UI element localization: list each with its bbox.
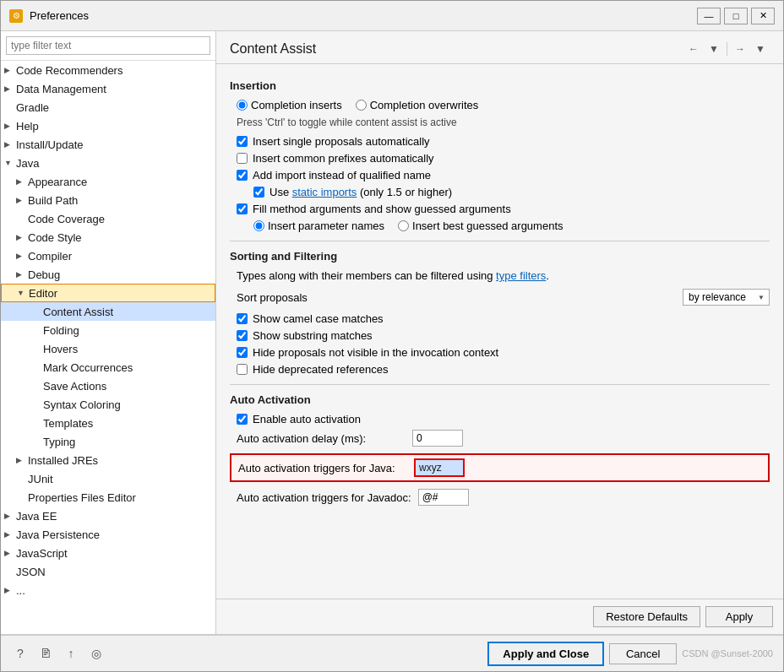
tree-item-save-actions[interactable]: Save Actions [1, 377, 215, 395]
tree-item-code-recommenders[interactable]: Code Recommenders [1, 61, 215, 79]
show-substring-label: Show substring matches [253, 329, 373, 342]
fill-method-label: Fill method arguments and show guessed a… [253, 203, 511, 215]
insert-param-names-input[interactable] [253, 220, 264, 231]
tree-item-folding[interactable]: Folding [1, 321, 215, 339]
tree-arrow [16, 456, 28, 464]
tree-item-javascript[interactable]: JavaScript [1, 544, 215, 562]
delay-input[interactable] [412, 430, 463, 447]
tree-label: Properties Files Editor [28, 491, 212, 504]
tree-item-syntax-coloring[interactable]: Syntax Coloring [1, 395, 215, 414]
tree-item-junit[interactable]: JUnit [1, 469, 215, 488]
enable-auto-activation-checkbox[interactable] [237, 414, 248, 425]
triggers-java-input[interactable] [414, 458, 465, 477]
maximize-button[interactable]: □ [724, 8, 748, 24]
tree-item-json[interactable]: JSON [1, 562, 215, 581]
tree-item-compiler[interactable]: Compiler [1, 247, 215, 265]
completion-inserts-label: Completion inserts [251, 99, 342, 111]
tree-arrow [4, 140, 16, 149]
tree-item-java-ee[interactable]: Java EE [1, 507, 215, 525]
tree-item-code-coverage[interactable]: Code Coverage [1, 209, 215, 228]
tree-item-editor[interactable]: Editor [1, 284, 215, 302]
hide-deprecated-row[interactable]: Hide deprecated references [230, 363, 770, 376]
tree-item-gradle[interactable]: Gradle [1, 98, 215, 117]
tree-item-templates[interactable]: Templates [1, 414, 215, 432]
tree-item-content-assist[interactable]: Content Assist [1, 302, 215, 321]
show-substring-checkbox[interactable] [237, 330, 248, 341]
triggers-javadoc-input[interactable] [418, 489, 469, 506]
tree-label: Java Persistence [16, 528, 212, 541]
tree-item-debug[interactable]: Debug [1, 265, 215, 284]
tree-item-hovers[interactable]: Hovers [1, 339, 215, 358]
triggers-javadoc-row: Auto activation triggers for Javadoc: [230, 489, 770, 506]
filter-input[interactable] [6, 36, 210, 55]
add-import-label: Add import instead of qualified name [253, 169, 431, 182]
insert-best-guessed-input[interactable] [398, 220, 409, 231]
tree-item-more[interactable]: ... [1, 581, 215, 599]
left-panel: Code Recommenders Data Management Gradle… [1, 31, 216, 634]
tree-item-help[interactable]: Help [1, 117, 215, 135]
insert-single-row[interactable]: Insert single proposals automatically [230, 135, 770, 148]
tree-item-typing[interactable]: Typing [1, 432, 215, 451]
tree-item-code-style[interactable]: Code Style [1, 228, 215, 247]
minimize-button[interactable]: — [697, 8, 721, 24]
cancel-button[interactable]: Cancel [609, 643, 677, 664]
use-static-checkbox[interactable] [253, 187, 264, 198]
tree-item-appearance[interactable]: Appearance [1, 172, 215, 191]
fill-method-row[interactable]: Fill method arguments and show guessed a… [230, 203, 770, 215]
content-area: Code Recommenders Data Management Gradle… [1, 31, 783, 634]
ctrl-hint: Press 'Ctrl' to toggle while content ass… [230, 117, 770, 128]
completion-overwrites-radio[interactable]: Completion overwrites [356, 99, 479, 111]
apply-button[interactable]: Apply [705, 606, 773, 627]
import-icon[interactable]: ↑ [62, 644, 80, 663]
show-substring-row[interactable]: Show substring matches [230, 329, 770, 342]
nav-forward-button[interactable]: → [731, 40, 749, 58]
title-bar: ⚙ Preferences — □ ✕ [1, 1, 783, 31]
triggers-java-label: Auto activation triggers for Java: [238, 462, 407, 474]
tree-item-properties-files-editor[interactable]: Properties Files Editor [1, 488, 215, 507]
window-controls: — □ ✕ [697, 8, 775, 24]
completion-inserts-radio[interactable]: Completion inserts [237, 99, 342, 111]
nav-forward-dropdown-button[interactable]: ▼ [751, 40, 770, 58]
type-filters-link[interactable]: type filters [496, 269, 546, 282]
static-imports-link[interactable]: static imports [292, 186, 357, 198]
tree-label: Code Recommenders [16, 64, 212, 77]
apply-and-close-button[interactable]: Apply and Close [487, 642, 604, 666]
insert-best-guessed-radio[interactable]: Insert best guessed arguments [398, 219, 564, 232]
filter-wrapper [1, 31, 215, 61]
hide-not-visible-checkbox[interactable] [237, 347, 248, 358]
show-camel-checkbox[interactable] [237, 313, 248, 324]
use-static-row[interactable]: Use static imports (only 1.5 or higher) [230, 186, 770, 198]
tree-item-mark-occurrences[interactable]: Mark Occurrences [1, 358, 215, 377]
tree-item-java-persistence[interactable]: Java Persistence [1, 525, 215, 544]
show-camel-row[interactable]: Show camel case matches [230, 312, 770, 325]
nav-back-dropdown-button[interactable]: ▼ [705, 40, 723, 58]
sort-select[interactable]: by relevance alphabetically [683, 289, 770, 306]
hide-not-visible-row[interactable]: Hide proposals not visible in the invoca… [230, 346, 770, 359]
tree-item-install-update[interactable]: Install/Update [1, 135, 215, 154]
tree-item-java[interactable]: Java [1, 154, 215, 172]
help-icon[interactable]: ? [11, 644, 30, 663]
add-import-checkbox[interactable] [237, 170, 248, 181]
completion-overwrites-input[interactable] [356, 100, 367, 111]
tree-item-data-management[interactable]: Data Management [1, 79, 215, 98]
hide-deprecated-checkbox[interactable] [237, 364, 248, 375]
triggers-java-row: Auto activation triggers for Java: [230, 453, 770, 482]
completion-inserts-input[interactable] [237, 100, 248, 111]
delay-label: Auto activation delay (ms): [237, 432, 406, 445]
tree-item-build-path[interactable]: Build Path [1, 191, 215, 209]
settings-icon[interactable]: ◎ [87, 644, 106, 663]
tree-item-installed-jres[interactable]: Installed JREs [1, 451, 215, 469]
restore-defaults-button[interactable]: Restore Defaults [593, 606, 700, 627]
close-button[interactable]: ✕ [751, 8, 775, 24]
enable-auto-activation-row[interactable]: Enable auto activation [230, 413, 770, 425]
insert-single-checkbox[interactable] [237, 136, 248, 147]
insert-common-checkbox[interactable] [237, 153, 248, 164]
insert-param-names-radio[interactable]: Insert parameter names [253, 219, 384, 232]
insert-common-row[interactable]: Insert common prefixes automatically [230, 152, 770, 165]
bottom-left: ? 🖹 ↑ ◎ [11, 644, 106, 663]
fill-method-checkbox[interactable] [237, 203, 248, 214]
nav-back-button[interactable]: ← [684, 40, 703, 58]
tree-label: Templates [43, 417, 212, 430]
export-icon[interactable]: 🖹 [36, 644, 55, 663]
add-import-row[interactable]: Add import instead of qualified name [230, 169, 770, 182]
